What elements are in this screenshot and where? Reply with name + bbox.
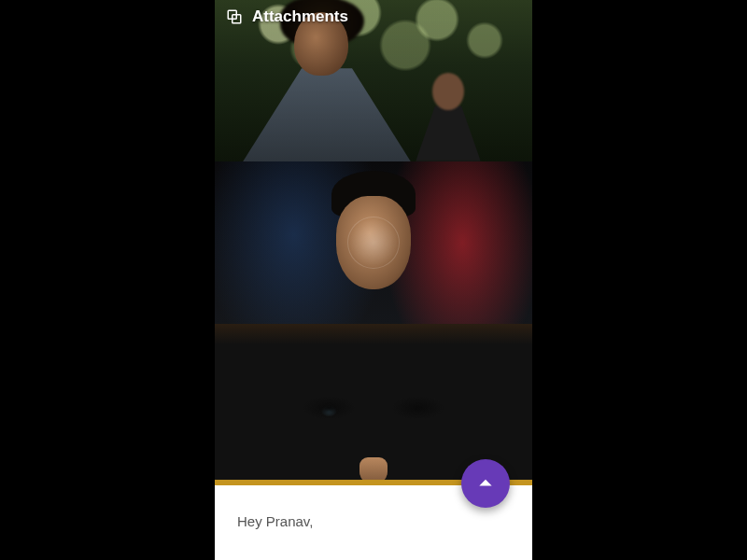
attachments-icon: [226, 8, 243, 25]
attachments-title: Attachments: [252, 7, 348, 26]
attachments-list[interactable]: [215, 0, 532, 485]
person-silhouette: [416, 73, 481, 161]
collapse-fab-button[interactable]: [461, 459, 510, 508]
message-body-preview: Hey Pranav,: [237, 513, 510, 529]
attachments-header: Attachments: [226, 7, 348, 26]
lens-flare-icon: [347, 217, 400, 269]
app-screen: Attachments Hey Pranav,: [215, 0, 532, 560]
attachment-image[interactable]: [215, 161, 532, 323]
person-silhouette: [243, 3, 411, 161]
chevron-up-icon: [476, 474, 495, 493]
